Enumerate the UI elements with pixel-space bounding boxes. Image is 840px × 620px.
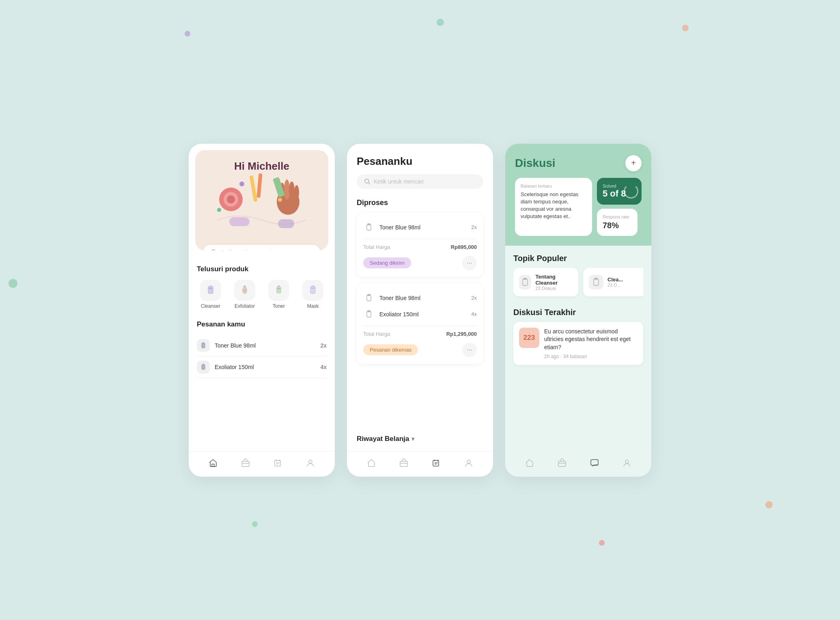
svg-rect-14 (278, 285, 280, 287)
order-total-label-1: Total Harga (363, 331, 390, 337)
nav-home-3[interactable] (524, 457, 535, 469)
bg-dot-purple (185, 31, 190, 37)
order-qty-1: 4x (320, 364, 327, 370)
svg-point-3 (289, 181, 295, 199)
svg-rect-7 (208, 286, 213, 294)
svg-point-51 (625, 460, 629, 463)
order-card-icon-1-0 (363, 292, 375, 304)
screen2-body: Diproses Toner Blue 98ml 2x Total Harga … (347, 199, 493, 428)
category-toner[interactable]: Toner (265, 280, 293, 309)
order-card-1: Toner Blue 98ml 2x Exoliator 150ml 4x To… (357, 283, 483, 364)
bottle-icon-1 (200, 363, 207, 371)
nav-store-3[interactable] (556, 457, 568, 469)
svg-rect-24 (242, 461, 249, 467)
nav-home-2[interactable] (366, 457, 377, 469)
illus-pill1 (229, 217, 250, 226)
svg-rect-34 (367, 295, 371, 301)
order-total-1: Total Harga Rp1,295,000 (363, 329, 477, 339)
order-icon-0 (197, 339, 210, 352)
topik-count-1: 23 D... (607, 283, 623, 287)
screen-home: Hi Michelle (189, 144, 335, 477)
svg-rect-48 (558, 461, 566, 467)
header-cards: Balasan terbaru Scelerisque non egestas … (515, 178, 642, 236)
diskusi-terakhir-title: Diskusi Terakhir (513, 308, 643, 317)
svg-rect-13 (277, 287, 281, 293)
topik-card-1[interactable]: Clea... 23 D... (583, 268, 643, 296)
svg-rect-16 (310, 286, 315, 294)
screen2-search-bar[interactable]: Ketik untuk mencari (357, 174, 483, 189)
topik-info-1: Clea... 23 D... (607, 277, 623, 287)
bg-dot-orange-bottom (765, 501, 773, 508)
svg-rect-17 (311, 287, 314, 289)
more-button-0[interactable]: ··· (462, 256, 477, 270)
solved-value: 5 of 8 (603, 188, 626, 199)
hero-banner: Hi Michelle (195, 150, 328, 251)
nav-orders-2[interactable] (431, 457, 442, 469)
order-actions-1: Pesanan dikemas ··· (363, 343, 477, 357)
exfoliator-icon-box (234, 280, 255, 301)
category-cleanser[interactable]: Cleanser (197, 280, 224, 309)
hero-illustration (203, 177, 320, 226)
order-card-name-1-1: Exoliator 150ml (379, 311, 466, 318)
diproses-label: Diproses (357, 199, 483, 207)
illus-compact (219, 188, 243, 211)
illus-compact-inner (224, 192, 238, 207)
screen2-title: Pesananku (357, 155, 483, 168)
nav-home-1[interactable] (207, 457, 219, 469)
chevron-down-icon: ▾ (411, 436, 414, 442)
nav-orders-1[interactable] (272, 457, 284, 469)
order-actions-0: Sedang dikirim ··· (363, 256, 477, 270)
topik-list: Tentang Cleanser 23 Diskusi Clea... 23 D… (513, 268, 643, 300)
hero-search-bar[interactable]: Ketik untuk mencari (203, 245, 320, 251)
riwayat-row[interactable]: Riwayat Belanja ▾ (347, 428, 493, 451)
cleanser-icon (205, 285, 216, 296)
order-card-item-1-1: Exoliator 150ml 4x (363, 306, 477, 322)
svg-rect-26 (275, 460, 280, 466)
toner-label: Toner (273, 303, 285, 309)
svg-rect-15 (277, 288, 280, 289)
toner-icon-box (268, 280, 289, 301)
diskusi-item-0[interactable]: 223 Eu arcu consectetur euismod ultricie… (513, 322, 643, 365)
diskusi-title: Diskusi (515, 157, 556, 170)
svg-point-2 (284, 179, 290, 200)
svg-rect-8 (209, 287, 212, 289)
screen2-bottom-nav (347, 451, 493, 477)
toner-icon (273, 285, 284, 296)
svg-line-31 (368, 183, 370, 184)
solved-card: Solved 5 of 8 (597, 178, 642, 205)
bg-dot-green-left (9, 279, 17, 288)
mask-icon (307, 285, 319, 296)
topik-info-0: Tentang Cleanser 23 Diskusi (535, 274, 573, 291)
nav-profile-3[interactable] (621, 457, 633, 469)
category-exfoliator[interactable]: Exfoliator (231, 280, 258, 309)
add-discussion-button[interactable]: + (625, 155, 642, 171)
nav-profile-1[interactable] (305, 457, 316, 469)
bg-dot-orange (682, 25, 689, 31)
svg-rect-50 (591, 460, 598, 465)
order-qty-0: 2x (320, 342, 327, 349)
illus-compact-core (227, 195, 235, 203)
diskusi-number-0: 223 (519, 328, 539, 348)
svg-rect-22 (202, 364, 204, 365)
order-divider-1 (363, 326, 477, 326)
illustration-container (217, 179, 306, 224)
topik-card-0[interactable]: Tentang Cleanser 23 Diskusi (513, 268, 578, 296)
order-card-icon-1-1 (363, 309, 375, 320)
svg-rect-40 (433, 460, 439, 466)
category-mask[interactable]: Mask (299, 280, 327, 309)
svg-point-30 (365, 179, 369, 183)
topik-name-0: Tentang Cleanser (535, 274, 573, 286)
screen3-bottom-nav (505, 451, 651, 477)
mask-icon-box (302, 280, 323, 301)
more-button-1[interactable]: ··· (462, 343, 477, 357)
bottle-icon-0 (200, 342, 207, 349)
illus-pill2 (278, 219, 294, 228)
nav-store-2[interactable] (398, 457, 409, 469)
nav-store-1[interactable] (240, 457, 251, 469)
nav-diskusi-3[interactable] (589, 457, 600, 469)
order-icon-1 (197, 361, 210, 374)
order-card-qty-1-0: 2x (471, 295, 477, 301)
screens-container: Hi Michelle (189, 144, 651, 477)
nav-profile-2[interactable] (463, 457, 474, 469)
svg-point-29 (309, 460, 312, 463)
